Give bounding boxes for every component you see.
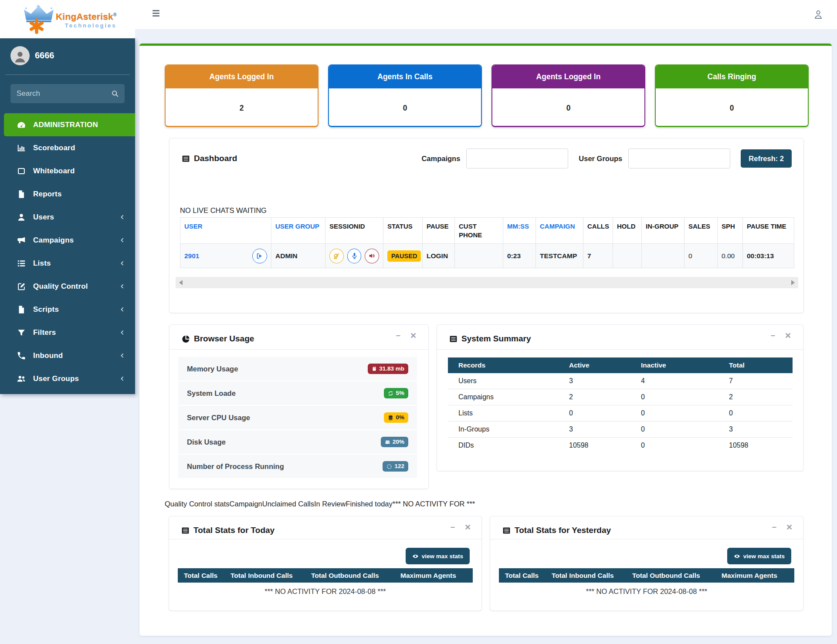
agent-pause: LOGIN — [423, 244, 455, 268]
deaf-monitor-icon[interactable] — [329, 249, 344, 263]
sidebar-item-scoreboard[interactable]: Scoreboard — [0, 136, 135, 159]
sidebar-item-reports[interactable]: Reports — [0, 182, 135, 206]
refresh-button[interactable]: Refresh: 2 — [741, 149, 792, 168]
sidebar-item-label: Users — [33, 213, 54, 222]
sidebar-item-inbound[interactable]: Inbound ‹ — [0, 344, 135, 367]
user-groups-input[interactable] — [628, 148, 730, 169]
close-button[interactable]: ✕ — [785, 332, 791, 340]
total-stats-today-panel: Total Stats for Today − ✕ view max stats… — [169, 516, 482, 611]
user-groups-label: User Groups — [579, 155, 622, 163]
user-profile-icon[interactable] — [813, 9, 824, 20]
sidebar-item-scripts[interactable]: Scripts ‹ — [0, 298, 135, 321]
col-cust-phone: CUST PHONE — [455, 218, 503, 244]
sidebar-item-label: Whiteboard — [33, 167, 75, 175]
panel-controls: − ✕ — [772, 523, 793, 531]
avatar[interactable] — [10, 46, 30, 65]
view-max-stats-button[interactable]: view max stats — [406, 548, 470, 564]
summary-header-row: Records Active Inactive Total — [448, 357, 793, 373]
list-item-system-load: System Loade 5% — [178, 381, 417, 405]
agent-sales: 0 — [685, 244, 718, 268]
panel-controls: − ✕ — [450, 523, 471, 531]
list-icon — [17, 259, 26, 268]
sidebar-item-lists[interactable]: Lists ‹ — [0, 252, 135, 275]
microphone-icon[interactable] — [347, 249, 362, 263]
hdd-icon — [385, 439, 390, 445]
logout-agent-icon[interactable] — [252, 249, 267, 263]
agents-table: USER USER GROUP SESSIONID STATUS PAUSE C… — [180, 217, 794, 268]
col-pause-time: PAUSE TIME — [743, 218, 794, 244]
sidebar-item-label: Inbound — [33, 351, 63, 360]
chevron-left-icon: ‹ — [121, 327, 124, 337]
logo-area: KingAsterisk® Technologies — [0, 0, 135, 38]
scroll-right-arrow[interactable] — [791, 280, 795, 285]
stat-card-agents-logged-in-2: Agents Logged In 0 — [491, 64, 645, 127]
total-stats-yesterday-panel: Total Stats for Yesterday − ✕ view max s… — [490, 516, 803, 611]
search-input[interactable] — [10, 84, 125, 103]
agent-in-group — [642, 244, 685, 268]
search-icon[interactable] — [111, 89, 119, 98]
scroll-left-arrow[interactable] — [179, 280, 183, 285]
campaigns-label: Campaigns — [421, 155, 460, 163]
filter-icon — [17, 328, 26, 337]
phone-icon — [17, 351, 26, 361]
process-count-badge: 122 — [383, 461, 408, 472]
sidebar-item-campaigns[interactable]: Campaigns ‹ — [0, 229, 135, 252]
sidebar-item-quality-control[interactable]: Quality Control ‹ — [0, 275, 135, 298]
col-pause: PAUSE — [423, 218, 455, 244]
status-paused-badge: PAUSED — [387, 250, 421, 262]
campaigns-input[interactable] — [466, 148, 568, 169]
close-button[interactable]: ✕ — [464, 523, 471, 531]
agent-calls: 7 — [583, 244, 613, 268]
agent-user-group: ADMIN — [271, 244, 325, 268]
brand-subtitle: Technologies — [56, 22, 117, 29]
col-user-group[interactable]: USER GROUP — [271, 218, 325, 244]
agent-hold — [613, 244, 642, 268]
stat-card-value: 0 — [492, 88, 644, 127]
kingasterisk-logo: KingAsterisk® Technologies — [23, 3, 119, 36]
minimize-button[interactable]: − — [770, 332, 775, 340]
list-item-memory-usage: Memory Usage 31.83 mb — [178, 357, 417, 381]
user-id-link[interactable]: 2901 — [184, 252, 199, 260]
close-button[interactable]: ✕ — [786, 523, 793, 531]
file-icon — [17, 305, 26, 314]
col-sales: SALES — [685, 218, 718, 244]
agent-row: 2901 ADMIN — [180, 244, 794, 268]
minimize-button[interactable]: − — [450, 523, 455, 531]
col-user[interactable]: USER — [180, 218, 271, 244]
bar-chart-icon — [17, 143, 26, 153]
hamburger-menu-icon[interactable] — [152, 10, 161, 19]
stat-card-title: Agents Logged In — [492, 65, 644, 88]
chevron-left-icon: ‹ — [121, 304, 124, 314]
chevron-left-icon: ‹ — [121, 258, 124, 268]
sidebar-item-filters[interactable]: Filters ‹ — [0, 321, 135, 344]
sidebar-item-user-groups[interactable]: User Groups ‹ — [0, 367, 135, 390]
minimize-button[interactable]: − — [396, 332, 400, 340]
view-max-stats-button[interactable]: view max stats — [727, 548, 791, 564]
topbar — [135, 0, 837, 30]
sidebar-item-whiteboard[interactable]: Whiteboard — [0, 159, 135, 182]
horizontal-scrollbar[interactable] — [176, 277, 798, 288]
stat-card-calls-ringing: Calls Ringing 0 — [655, 64, 809, 127]
page: { "logo": { "brand": "KingAsterisk", "re… — [0, 0, 837, 644]
col-mmss[interactable]: MM:SS — [503, 218, 536, 244]
stat-card-title: Calls Ringing — [656, 65, 808, 88]
total-stats-yesterday-title: Total Stats for Yesterday — [502, 526, 611, 535]
col-campaign[interactable]: CAMPAIGN — [536, 218, 583, 244]
col-sph: SPH — [718, 218, 743, 244]
system-load-badge: 5% — [384, 388, 408, 398]
minimize-button[interactable]: − — [772, 523, 776, 531]
database-icon — [388, 415, 393, 421]
close-button[interactable]: ✕ — [410, 332, 417, 340]
spinner-icon — [386, 464, 392, 469]
stat-card-title: Agents Logged In — [166, 65, 318, 88]
volume-icon[interactable] — [365, 249, 379, 263]
chevron-left-icon: ‹ — [121, 235, 124, 245]
list-item-server-cpu-usage: Server CPU Usage 0% — [178, 406, 417, 429]
sidebar-item-administration[interactable]: ADMINISTRATION — [4, 113, 135, 136]
stats-list-icon — [502, 526, 511, 535]
table-header-row: USER USER GROUP SESSIONID STATUS PAUSE C… — [180, 218, 794, 244]
stats-header-bar: Total Calls Total Inbound Calls Total Ou… — [499, 568, 794, 583]
table-row-users: Users 3 4 7 — [448, 373, 793, 389]
total-stats-today-title: Total Stats for Today — [181, 526, 274, 535]
sidebar-item-users[interactable]: Users ‹ — [0, 206, 135, 229]
